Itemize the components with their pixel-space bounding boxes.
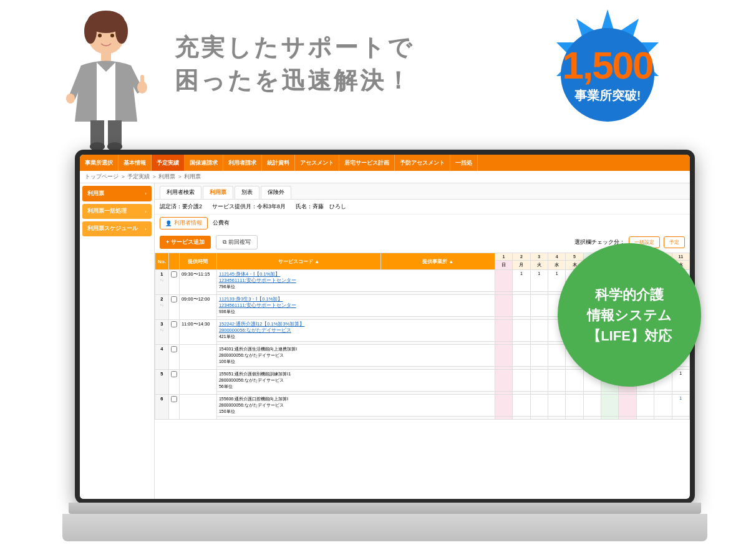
laptop-keyboard-base <box>62 514 707 541</box>
sidebar-item-ikkatsu[interactable]: 利用票一括処理 › <box>82 204 152 219</box>
tab-hokengai[interactable]: 保険外 <box>261 186 291 199</box>
table-row-jisseki-6 <box>155 417 690 420</box>
character-illustration <box>44 6 168 156</box>
starburst: 1,500 事業所突破! <box>539 6 676 143</box>
th-provider: 提供事業所 ▲ <box>381 253 495 270</box>
reserve-button[interactable]: 予定 <box>664 236 685 248</box>
row-check-6[interactable] <box>171 396 177 402</box>
row-check-4[interactable] <box>171 346 177 352</box>
name-label: 氏名：斉藤 ひろし <box>296 203 346 211</box>
badge-sub: 事業所突破! <box>562 87 652 104</box>
badge-container: 1,500 事業所突破! <box>539 6 676 143</box>
nav-item-3[interactable]: 国保連請求 <box>185 155 223 171</box>
tab-user-search[interactable]: 利用者検索 <box>160 186 201 199</box>
row-no-6: 6 <box>155 395 169 420</box>
th-day3: 火 <box>530 261 548 270</box>
breadcrumb-bar: トップページ ＞ 予定実績 ＞ 利用票 ＞ 利用票 <box>80 171 690 183</box>
th-d5: 5 <box>566 253 583 261</box>
th-no: No. <box>155 253 169 270</box>
headline-line1: 充実したサポートで <box>175 31 414 64</box>
sidebar-item-riyohyo[interactable]: 利用票 › <box>82 186 152 201</box>
headline-area: 充実したサポートで 困ったを迅速解決！ <box>175 31 414 97</box>
nav-item-4[interactable]: 利用者請求 <box>223 155 262 171</box>
svg-point-4 <box>98 34 102 37</box>
svg-point-5 <box>110 34 114 37</box>
row-no-5: 5 <box>155 370 169 395</box>
nav-item-9[interactable]: 一括処 <box>450 155 478 171</box>
nav-bar: 事業所選択 基本情報 予定実績 国保連請求 利用者請求 統計資料 アセスメント … <box>80 155 690 171</box>
svg-rect-8 <box>140 75 144 87</box>
row-code-3: 152242:通所介護Ⅰ12【0.1%加3%加算】 2800000056:ながた… <box>216 320 495 342</box>
row-no-3: 3↑↓ <box>155 320 169 345</box>
add-service-button[interactable]: + サービス追加 <box>160 236 211 249</box>
sidebar: 利用票 › 利用票一括処理 › 利用票スケジュール › <box>80 183 155 499</box>
svg-point-2 <box>84 19 97 44</box>
table-row-6: 6 155606:通所介護口腔機能向上加算Ⅰ 2800000056:ながたデイサ… <box>155 395 690 417</box>
row-time-3: 11:00〜14:30 <box>179 320 216 345</box>
row-time-4 <box>179 345 216 370</box>
row-code-6: 155606:通所介護口腔機能向上加算Ⅰ 2800000056:ながたデイサービ… <box>216 395 495 417</box>
nav-item-7[interactable]: 居宅サービス計画 <box>339 155 395 171</box>
nav-item-8[interactable]: 予防アセスメント <box>395 155 450 171</box>
th-d2: 2 <box>513 253 530 261</box>
th-d3: 3 <box>530 253 548 261</box>
th-day1: 日 <box>495 261 512 270</box>
row-no-2: 2↑↓ <box>155 295 169 320</box>
user-btn-row: 👤 利用者情報 公費有 <box>155 215 690 232</box>
kouhi-label: 公費有 <box>213 220 230 227</box>
copy-prev-label: 前回複写 <box>228 238 251 246</box>
row-check-1[interactable] <box>171 271 177 278</box>
row-check-5[interactable] <box>171 371 177 377</box>
service-month: サービス提供月：令和3年8月 <box>212 203 286 211</box>
svg-rect-11 <box>108 120 122 145</box>
th-day4: 水 <box>548 261 565 270</box>
row-code-5: 155051:通所介護個別機能訓練加算Ⅰ1 2800000056:ながたデイサー… <box>216 370 495 392</box>
breadcrumb-text: トップページ ＞ 予定実績 ＞ 利用票 ＞ 利用票 <box>85 173 201 180</box>
th-d4: 4 <box>548 253 565 261</box>
row-no-1: 1↑↓ <box>155 270 169 295</box>
tab-riyohyo[interactable]: 利用票 <box>203 186 233 199</box>
nav-item-1[interactable]: 基本情報 <box>119 155 152 171</box>
row-code-1: 112145:身体4・Ⅰ【0.1%加】 1234561111:安心サポートセンタ… <box>216 270 495 292</box>
add-service-label: + サービス追加 <box>166 238 205 246</box>
svg-point-3 <box>115 19 128 44</box>
headline-line2: 困ったを迅速解決！ <box>175 64 414 97</box>
nav-item-6[interactable]: アセスメント <box>295 155 339 171</box>
green-badge-text: 科学的介護 情報システム 【LIFE】対応 <box>587 284 672 346</box>
starburst-content: 1,500 事業所突破! <box>562 46 652 104</box>
copy-prev-button[interactable]: ⧉ 前回複写 <box>216 235 258 249</box>
badge-number: 1,500 <box>562 46 652 85</box>
tab-betsuhyo[interactable]: 別表 <box>235 186 259 199</box>
nintei-text: 認定済：要介護2 <box>160 203 202 211</box>
nav-item-0[interactable]: 事業所選択 <box>80 155 119 171</box>
row-no-4: 4 <box>155 345 169 370</box>
tabs-bar: 利用者検索 利用票 別表 保険外 <box>155 183 690 200</box>
row-time-2: 09:00〜12:00 <box>179 295 216 320</box>
th-check <box>168 253 179 270</box>
th-d1: 1 <box>495 253 512 261</box>
row-time-6 <box>179 395 216 420</box>
user-info-label: 利用者情報 <box>174 220 202 227</box>
laptop-hinge <box>69 503 701 514</box>
th-code: サービスコード ▲ <box>216 253 381 270</box>
svg-point-9 <box>66 94 75 104</box>
row-time-5 <box>179 370 216 395</box>
row-code-4: 154001:通所介護生活機能向上連携加算Ⅰ 2800000056:ながたデイサ… <box>216 345 495 367</box>
sidebar-item-schedule[interactable]: 利用票スケジュール › <box>82 221 152 236</box>
th-time: 提供時間 <box>179 253 216 270</box>
info-row: 認定済：要介護2 サービス提供月：令和3年8月 氏名：斉藤 ひろし <box>155 200 690 215</box>
character-svg <box>56 9 156 153</box>
green-badge: 科学的介護 情報システム 【LIFE】対応 <box>558 243 701 387</box>
row-time-1: 09:30〜11:15 <box>179 270 216 295</box>
nav-item-2[interactable]: 予定実績 <box>152 155 185 171</box>
row-code-2: 112133:身3生3・Ⅰ【0.1%加】 1234561111:安心サポートセン… <box>216 295 495 317</box>
row-check-3[interactable] <box>171 321 177 327</box>
svg-rect-10 <box>90 120 104 145</box>
nav-item-5[interactable]: 統計資料 <box>262 155 295 171</box>
user-info-button[interactable]: 👤 利用者情報 <box>160 217 208 229</box>
laptop-base <box>62 503 707 541</box>
row-check-2[interactable] <box>171 296 177 302</box>
th-day2: 月 <box>513 261 530 270</box>
